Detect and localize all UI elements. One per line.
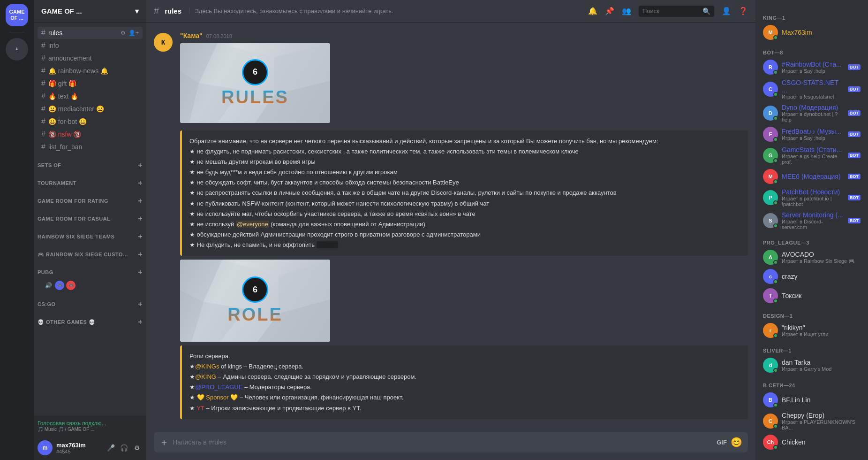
rules-big-text: RULES (221, 87, 289, 107)
category-add-icon[interactable]: + (138, 300, 143, 308)
channel-item-nsfw[interactable]: # 🔞 nsfw 🔞 (38, 128, 143, 140)
gif-icon[interactable]: GIF (717, 439, 727, 446)
members-icon[interactable]: 👥 (622, 7, 631, 15)
role-king: ★@KING – Админы сервера, следящие за пор… (189, 372, 740, 382)
member-item-fredboat[interactable]: F FredBoat♪♪ (Музы... Играет в Say ;help… (759, 125, 864, 144)
bot-badge: BOT (848, 174, 860, 179)
channel-item-pubg-voice[interactable]: 🔊 🎮 🎮 (41, 279, 143, 292)
search-bar[interactable]: 🔍 (639, 6, 714, 17)
member-item-cheppy[interactable]: C Cheppy (Erop) Играет в PLAYERUNKNOWN'S… (759, 410, 864, 432)
member-item-dan-tarka[interactable]: d dan Tarka Играет в Garry's Mod (759, 356, 864, 375)
member-item-rainbowbot[interactable]: R #RainbowBot (Ста... Играет в Say ;help… (759, 58, 864, 77)
emoji-icon[interactable]: 😊 (731, 437, 742, 448)
messages-area: К "Кама" 07.08.2018 (146, 23, 755, 432)
category-tournament[interactable]: TOURNAMENT + (34, 171, 146, 189)
channel-label: 😀 mediacenter 😀 (48, 105, 104, 113)
channel-add-members-icon[interactable]: 👤+ (128, 30, 139, 36)
category-add-icon[interactable]: + (138, 250, 143, 259)
help-icon[interactable]: ❓ (739, 7, 748, 15)
profile-icon[interactable]: 👤 (722, 7, 731, 15)
member-info: Dyno (Модерация) Играет в dynobot.net | … (782, 104, 844, 123)
member-item-toksik[interactable]: T Токсик (759, 286, 864, 305)
member-item-avocado[interactable]: A AVOCADO Играет в Rainbow Six Siege 🎮 (759, 248, 864, 267)
rule-9: ★ обсуждение действий Администрации прох… (189, 230, 740, 240)
category-r6-teams[interactable]: RAINBOW SIX SIEGE TEAMS + (34, 225, 146, 243)
category-other-games[interactable]: 💀 OTHER GAMES 💀 + (34, 310, 146, 328)
category-add-icon[interactable]: + (138, 232, 143, 241)
microphone-button[interactable]: 🎤 (105, 442, 116, 453)
category-add-icon[interactable]: + (138, 179, 143, 187)
member-status: Играет в Say ;help (782, 135, 844, 141)
member-item-crazy[interactable]: c crazy (759, 267, 864, 286)
channel-item-announcement[interactable]: # announcement (38, 52, 143, 64)
category-r6-custom[interactable]: 🎮 RAINBOW SIX SIEGE CUSTO... + (34, 243, 146, 261)
category-game-room-casual[interactable]: GAME ROOM FOR CASUAL + (34, 207, 146, 225)
category-csgo[interactable]: CS:GO + (34, 292, 146, 310)
member-avatar: A (763, 250, 778, 265)
channel-hash-icon: # (41, 67, 45, 75)
member-item-max763im[interactable]: M Max763im (759, 23, 864, 42)
member-item-chicken[interactable]: Ch Chicken (759, 433, 864, 452)
channel-hash-icon: # (41, 29, 45, 37)
rules-image: 6 RULES (180, 43, 330, 123)
server-icon-label: GAME OF ... (6, 9, 28, 21)
role-r6-logo-container: 6 (242, 276, 268, 303)
member-status: Играет в dynobot.net | ?help (782, 111, 844, 123)
channel-header-hash-icon: # (154, 6, 159, 16)
member-category-pro-league: PRO_LEAGUE—3 (759, 232, 864, 247)
member-status: Играет в patchbot.io | !patchbot (782, 196, 844, 207)
spoiler[interactable]: spoiler (317, 241, 338, 248)
channel-item-rules[interactable]: # rules ⚙ 👤+ (38, 27, 143, 39)
channel-item-gift[interactable]: # 🎁 gift 🎁 (38, 77, 143, 90)
member-item-csgostats[interactable]: C CSGO-STATS.NET ... Играет в !csgostats… (759, 77, 864, 101)
rule-10: ★ Не флудить, не спамить, и не оффтопить… (189, 240, 740, 250)
channel-hash-icon: # (41, 79, 45, 88)
role-image: 6 ROLE (180, 260, 330, 342)
member-item-gamestats[interactable]: G GameStats (Стати... Играет в gs.help C… (759, 144, 864, 167)
search-input[interactable] (642, 8, 699, 15)
member-info: Chicken (782, 438, 860, 446)
channel-item-text[interactable]: # 🔥 text 🔥 (38, 90, 143, 102)
member-name: dan Tarka (782, 359, 860, 366)
pin-icon[interactable]: 📌 (605, 7, 614, 15)
headset-button[interactable]: 🎧 (118, 442, 129, 453)
category-add-icon[interactable]: + (138, 215, 143, 223)
channel-settings-icon[interactable]: ⚙ (121, 30, 126, 36)
server-icon-other[interactable]: + (6, 38, 28, 61)
channel-item-list-for-ban[interactable]: # list_for_ban (38, 141, 143, 153)
server-header[interactable]: GAME OF ... ▾ (34, 0, 146, 23)
member-info: CSGO-STATS.NET ... Играет в !csgostatsne… (782, 79, 844, 100)
role-sponsor: ★ 💛 Sponsor 💛 – Человек или организация,… (189, 392, 740, 403)
category-add-icon[interactable]: + (138, 318, 143, 326)
member-item-rikikyn[interactable]: r "rikikyn" Играет в Ищет угли (759, 321, 864, 340)
category-game-room-rating[interactable]: GAME ROOM FOR RATING + (34, 189, 146, 207)
category-add-icon[interactable]: + (138, 197, 143, 205)
settings-button[interactable]: ⚙ (131, 442, 143, 453)
channel-item-for-bot[interactable]: # 😀 for-bot 😀 (38, 115, 143, 128)
member-status: Играет в Ищет угли (782, 331, 860, 337)
member-item-mee6[interactable]: M MEE6 (Модерация) BOT (759, 167, 864, 186)
category-add-icon[interactable]: + (138, 161, 143, 169)
bell-icon[interactable]: 🔔 (588, 7, 597, 15)
channel-item-rainbow-news[interactable]: # 🔔 rainbow-news 🔔 (38, 65, 143, 77)
member-item-dyno[interactable]: D Dyno (Модерация) Играет в dynobot.net … (759, 102, 864, 124)
server-sidebar: GAME OF ... + (0, 0, 34, 460)
member-item-bflinlin[interactable]: B BF.Lin Lin (759, 391, 864, 409)
category-sets-of[interactable]: SETS OF + (34, 153, 146, 171)
channel-item-info[interactable]: # info (38, 39, 143, 52)
channel-header: # rules Здесь Вы находитесь, ознакомьтес… (146, 0, 755, 23)
server-icon-active[interactable]: GAME OF ... (6, 4, 28, 26)
category-add-icon[interactable]: + (138, 268, 143, 276)
attachment-icon[interactable]: ＋ (159, 436, 169, 449)
member-name: FredBoat♪♪ (Музы... (782, 128, 844, 135)
main-content: # rules Здесь Вы находитесь, ознакомьтес… (146, 0, 755, 460)
message-author[interactable]: "Кама" (180, 32, 203, 39)
category-label: TOURNAMENT (38, 180, 76, 186)
channel-item-mediacenter[interactable]: # 😀 mediacenter 😀 (38, 103, 143, 115)
member-item-patchbot[interactable]: P PatchBot (Новости) Играет в patchbot.i… (759, 186, 864, 209)
category-pubg[interactable]: PUBG + (34, 261, 146, 278)
message-input[interactable] (173, 434, 713, 451)
member-item-server-monitoring[interactable]: S Server Monitoring (... Играет в Discor… (759, 209, 864, 232)
member-avatar: C (763, 82, 778, 97)
member-name: crazy (782, 273, 860, 280)
